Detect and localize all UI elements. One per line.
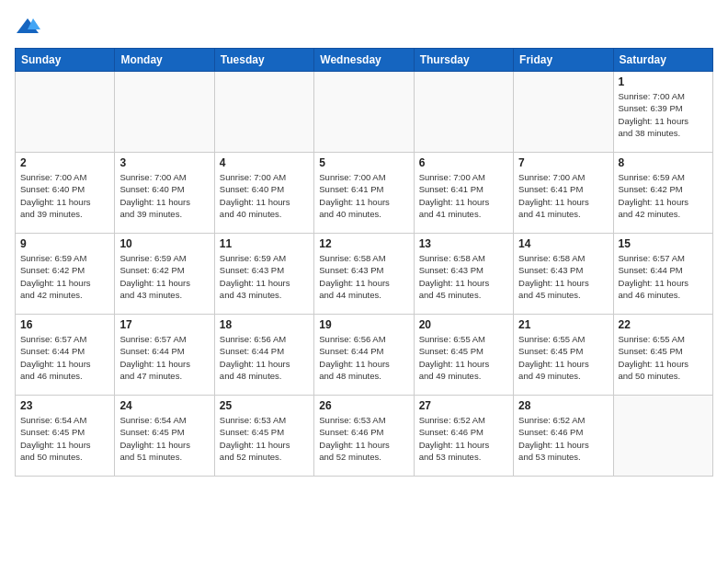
day-cell: 13Sunrise: 6:58 AM Sunset: 6:43 PM Dayli… bbox=[414, 234, 513, 315]
day-cell bbox=[115, 72, 214, 153]
logo-icon bbox=[15, 15, 40, 40]
weekday-header-thursday: Thursday bbox=[414, 49, 513, 72]
weekday-header-wednesday: Wednesday bbox=[314, 49, 414, 72]
day-cell bbox=[214, 72, 313, 153]
day-cell: 26Sunrise: 6:53 AM Sunset: 6:46 PM Dayli… bbox=[314, 396, 414, 477]
week-row-4: 16Sunrise: 6:57 AM Sunset: 6:44 PM Dayli… bbox=[16, 315, 713, 396]
day-number: 16 bbox=[20, 318, 109, 331]
day-cell: 4Sunrise: 7:00 AM Sunset: 6:40 PM Daylig… bbox=[214, 153, 313, 234]
day-info: Sunrise: 6:57 AM Sunset: 6:44 PM Dayligh… bbox=[619, 252, 708, 301]
day-info: Sunrise: 6:54 AM Sunset: 6:45 PM Dayligh… bbox=[20, 414, 109, 463]
day-info: Sunrise: 6:52 AM Sunset: 6:46 PM Dayligh… bbox=[419, 414, 508, 463]
day-number: 22 bbox=[619, 318, 708, 331]
day-cell: 18Sunrise: 6:56 AM Sunset: 6:44 PM Dayli… bbox=[214, 315, 313, 396]
day-number: 11 bbox=[220, 237, 309, 250]
day-number: 14 bbox=[518, 237, 608, 250]
day-cell: 5Sunrise: 7:00 AM Sunset: 6:41 PM Daylig… bbox=[314, 153, 414, 234]
weekday-header-saturday: Saturday bbox=[613, 49, 712, 72]
day-info: Sunrise: 6:58 AM Sunset: 6:43 PM Dayligh… bbox=[319, 252, 408, 301]
day-number: 5 bbox=[319, 156, 408, 169]
day-cell: 8Sunrise: 6:59 AM Sunset: 6:42 PM Daylig… bbox=[613, 153, 712, 234]
day-number: 8 bbox=[619, 156, 708, 169]
weekday-header-tuesday: Tuesday bbox=[214, 49, 313, 72]
day-info: Sunrise: 6:58 AM Sunset: 6:43 PM Dayligh… bbox=[518, 252, 608, 301]
day-number: 27 bbox=[419, 399, 508, 412]
day-info: Sunrise: 7:00 AM Sunset: 6:40 PM Dayligh… bbox=[119, 171, 209, 220]
day-number: 9 bbox=[20, 237, 109, 250]
day-number: 4 bbox=[220, 156, 309, 169]
weekday-header-monday: Monday bbox=[115, 49, 214, 72]
day-cell bbox=[16, 72, 115, 153]
day-info: Sunrise: 6:53 AM Sunset: 6:45 PM Dayligh… bbox=[220, 414, 309, 463]
day-info: Sunrise: 6:59 AM Sunset: 6:43 PM Dayligh… bbox=[220, 252, 309, 301]
day-cell: 20Sunrise: 6:55 AM Sunset: 6:45 PM Dayli… bbox=[414, 315, 513, 396]
day-cell: 2Sunrise: 7:00 AM Sunset: 6:40 PM Daylig… bbox=[16, 153, 115, 234]
day-info: Sunrise: 6:55 AM Sunset: 6:45 PM Dayligh… bbox=[419, 333, 508, 382]
day-info: Sunrise: 7:00 AM Sunset: 6:41 PM Dayligh… bbox=[319, 171, 408, 220]
day-info: Sunrise: 6:54 AM Sunset: 6:45 PM Dayligh… bbox=[119, 414, 209, 463]
day-number: 24 bbox=[119, 399, 209, 412]
day-cell: 9Sunrise: 6:59 AM Sunset: 6:42 PM Daylig… bbox=[16, 234, 115, 315]
day-cell: 19Sunrise: 6:56 AM Sunset: 6:44 PM Dayli… bbox=[314, 315, 414, 396]
day-info: Sunrise: 6:57 AM Sunset: 6:44 PM Dayligh… bbox=[20, 333, 109, 382]
day-cell: 25Sunrise: 6:53 AM Sunset: 6:45 PM Dayli… bbox=[214, 396, 313, 477]
calendar-table: SundayMondayTuesdayWednesdayThursdayFrid… bbox=[15, 48, 713, 477]
day-cell: 1Sunrise: 7:00 AM Sunset: 6:39 PM Daylig… bbox=[613, 72, 712, 153]
day-info: Sunrise: 7:00 AM Sunset: 6:41 PM Dayligh… bbox=[518, 171, 608, 220]
day-number: 6 bbox=[419, 156, 508, 169]
day-info: Sunrise: 6:52 AM Sunset: 6:46 PM Dayligh… bbox=[518, 414, 608, 463]
day-cell bbox=[514, 72, 613, 153]
day-info: Sunrise: 6:58 AM Sunset: 6:43 PM Dayligh… bbox=[419, 252, 508, 301]
day-number: 28 bbox=[518, 399, 608, 412]
day-number: 7 bbox=[518, 156, 608, 169]
weekday-header-friday: Friday bbox=[514, 49, 613, 72]
day-info: Sunrise: 6:55 AM Sunset: 6:45 PM Dayligh… bbox=[518, 333, 608, 382]
day-cell: 17Sunrise: 6:57 AM Sunset: 6:44 PM Dayli… bbox=[115, 315, 214, 396]
logo bbox=[15, 15, 44, 40]
day-cell: 12Sunrise: 6:58 AM Sunset: 6:43 PM Dayli… bbox=[314, 234, 414, 315]
day-info: Sunrise: 6:56 AM Sunset: 6:44 PM Dayligh… bbox=[319, 333, 408, 382]
day-number: 20 bbox=[419, 318, 508, 331]
week-row-1: 1Sunrise: 7:00 AM Sunset: 6:39 PM Daylig… bbox=[16, 72, 713, 153]
day-number: 1 bbox=[619, 75, 708, 88]
day-number: 15 bbox=[619, 237, 708, 250]
day-cell: 16Sunrise: 6:57 AM Sunset: 6:44 PM Dayli… bbox=[16, 315, 115, 396]
day-info: Sunrise: 7:00 AM Sunset: 6:41 PM Dayligh… bbox=[419, 171, 508, 220]
day-number: 10 bbox=[119, 237, 209, 250]
day-info: Sunrise: 6:55 AM Sunset: 6:45 PM Dayligh… bbox=[619, 333, 708, 382]
day-info: Sunrise: 7:00 AM Sunset: 6:40 PM Dayligh… bbox=[220, 171, 309, 220]
day-cell: 7Sunrise: 7:00 AM Sunset: 6:41 PM Daylig… bbox=[514, 153, 613, 234]
day-info: Sunrise: 7:00 AM Sunset: 6:40 PM Dayligh… bbox=[20, 171, 109, 220]
week-row-5: 23Sunrise: 6:54 AM Sunset: 6:45 PM Dayli… bbox=[16, 396, 713, 477]
week-row-2: 2Sunrise: 7:00 AM Sunset: 6:40 PM Daylig… bbox=[16, 153, 713, 234]
day-number: 26 bbox=[319, 399, 408, 412]
weekday-header-sunday: Sunday bbox=[16, 49, 115, 72]
day-cell: 27Sunrise: 6:52 AM Sunset: 6:46 PM Dayli… bbox=[414, 396, 513, 477]
day-cell: 14Sunrise: 6:58 AM Sunset: 6:43 PM Dayli… bbox=[514, 234, 613, 315]
day-number: 13 bbox=[419, 237, 508, 250]
day-cell bbox=[613, 396, 712, 477]
day-info: Sunrise: 6:59 AM Sunset: 6:42 PM Dayligh… bbox=[119, 252, 209, 301]
day-info: Sunrise: 7:00 AM Sunset: 6:39 PM Dayligh… bbox=[619, 90, 708, 139]
day-number: 18 bbox=[220, 318, 309, 331]
day-info: Sunrise: 6:59 AM Sunset: 6:42 PM Dayligh… bbox=[619, 171, 708, 220]
page-header bbox=[15, 15, 713, 40]
day-number: 17 bbox=[119, 318, 209, 331]
day-cell: 21Sunrise: 6:55 AM Sunset: 6:45 PM Dayli… bbox=[514, 315, 613, 396]
day-number: 19 bbox=[319, 318, 408, 331]
day-number: 3 bbox=[119, 156, 209, 169]
week-row-3: 9Sunrise: 6:59 AM Sunset: 6:42 PM Daylig… bbox=[16, 234, 713, 315]
day-cell bbox=[314, 72, 414, 153]
day-cell: 28Sunrise: 6:52 AM Sunset: 6:46 PM Dayli… bbox=[514, 396, 613, 477]
day-number: 12 bbox=[319, 237, 408, 250]
day-number: 21 bbox=[518, 318, 608, 331]
day-number: 2 bbox=[20, 156, 109, 169]
day-info: Sunrise: 6:56 AM Sunset: 6:44 PM Dayligh… bbox=[220, 333, 309, 382]
day-cell: 24Sunrise: 6:54 AM Sunset: 6:45 PM Dayli… bbox=[115, 396, 214, 477]
day-cell: 15Sunrise: 6:57 AM Sunset: 6:44 PM Dayli… bbox=[613, 234, 712, 315]
day-cell: 6Sunrise: 7:00 AM Sunset: 6:41 PM Daylig… bbox=[414, 153, 513, 234]
day-info: Sunrise: 6:59 AM Sunset: 6:42 PM Dayligh… bbox=[20, 252, 109, 301]
day-info: Sunrise: 6:57 AM Sunset: 6:44 PM Dayligh… bbox=[119, 333, 209, 382]
day-info: Sunrise: 6:53 AM Sunset: 6:46 PM Dayligh… bbox=[319, 414, 408, 463]
day-cell: 10Sunrise: 6:59 AM Sunset: 6:42 PM Dayli… bbox=[115, 234, 214, 315]
